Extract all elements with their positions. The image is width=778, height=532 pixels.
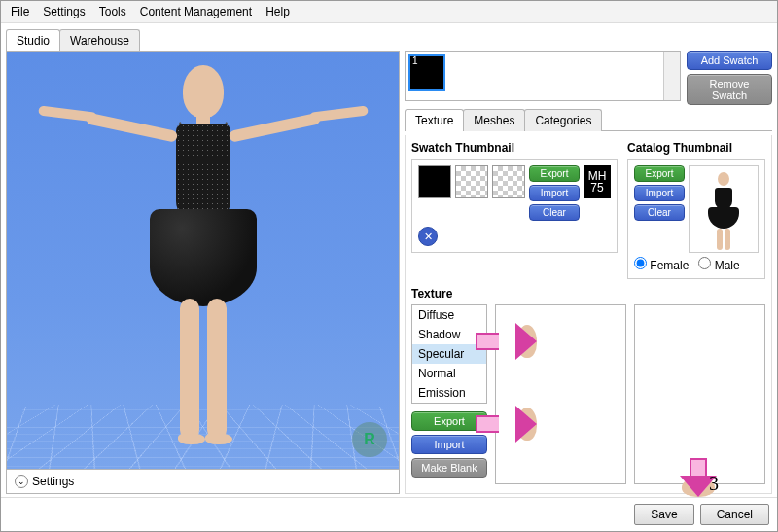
catalog-import-button[interactable]: Import — [634, 185, 685, 201]
texture-type-list: Diffuse Shadow Specular Normal Emission — [411, 304, 487, 404]
swatch-item-1[interactable]: 1 — [408, 54, 445, 91]
texture-make-blank-button[interactable]: Make Blank — [411, 458, 487, 478]
viewport-settings-label: Settings — [32, 475, 74, 488]
annotation-label-3: 3 — [709, 473, 719, 495]
viewport-settings-toggle[interactable]: ⌄ Settings — [6, 470, 400, 494]
texture-item-specular[interactable]: Specular — [412, 344, 486, 364]
mh75-badge: MH75 — [584, 165, 611, 198]
detail-tabs: Texture Meshes Categories — [405, 109, 772, 131]
menu-file[interactable]: File — [11, 5, 29, 18]
menu-help[interactable]: Help — [265, 5, 290, 18]
swatch-import-button[interactable]: Import — [529, 185, 580, 201]
mannequin-preview — [77, 65, 330, 454]
texture-item-emission[interactable]: Emission — [412, 383, 486, 403]
gender-male-radio[interactable]: Male — [698, 257, 739, 272]
swatch-number: 1 — [412, 55, 418, 66]
swatch-thumb-alpha2[interactable] — [492, 165, 525, 198]
tab-texture[interactable]: Texture — [405, 109, 464, 131]
main-tabs: Studio Warehouse — [1, 23, 777, 52]
tab-categories[interactable]: Categories — [524, 109, 602, 131]
swatch-thumbnail-heading: Swatch Thumbnail — [411, 141, 618, 155]
tab-warehouse[interactable]: Warehouse — [59, 29, 140, 52]
chevron-down-icon: ⌄ — [15, 475, 28, 488]
gender-female-radio[interactable]: Female — [634, 257, 689, 272]
tab-meshes[interactable]: Meshes — [463, 109, 525, 131]
texture-heading: Texture — [411, 287, 765, 301]
menu-content-management[interactable]: Content Management — [140, 5, 252, 18]
menu-settings[interactable]: Settings — [43, 5, 85, 18]
texture-export-button[interactable]: Export — [411, 411, 487, 431]
dialog-buttons: Save Cancel — [1, 497, 777, 531]
swatch-thumb-alpha1[interactable] — [455, 165, 488, 198]
save-button[interactable]: Save — [634, 504, 693, 525]
cancel-button[interactable]: Cancel — [700, 504, 769, 525]
catalog-export-button[interactable]: Export — [634, 165, 685, 182]
catalog-clear-button[interactable]: Clear — [634, 204, 685, 221]
catalog-thumbnail-heading: Catalog Thumbnail — [627, 141, 765, 155]
texture-item-diffuse[interactable]: Diffuse — [412, 305, 486, 325]
rotate-gizmo[interactable]: R — [352, 422, 387, 457]
swatch-thumb-main[interactable] — [418, 165, 451, 198]
close-icon[interactable]: ✕ — [418, 227, 438, 246]
3d-viewport[interactable]: R — [6, 51, 400, 470]
remove-swatch-button[interactable]: Remove Swatch — [687, 74, 772, 105]
texture-import-button[interactable]: Import — [411, 435, 487, 454]
texture-preview-2[interactable] — [634, 304, 765, 484]
add-swatch-button[interactable]: Add Swatch — [687, 51, 772, 70]
swatch-list[interactable]: 1 — [405, 51, 681, 101]
menu-tools[interactable]: Tools — [99, 5, 126, 18]
swatch-clear-button[interactable]: Clear — [529, 204, 580, 221]
texture-item-shadow[interactable]: Shadow — [412, 325, 486, 344]
tab-studio[interactable]: Studio — [6, 29, 60, 52]
texture-item-normal[interactable]: Normal — [412, 364, 486, 383]
catalog-preview[interactable] — [689, 165, 759, 253]
menubar: File Settings Tools Content Management H… — [1, 1, 777, 23]
texture-preview-1[interactable] — [495, 304, 626, 484]
swatch-export-button[interactable]: Export — [529, 165, 580, 182]
